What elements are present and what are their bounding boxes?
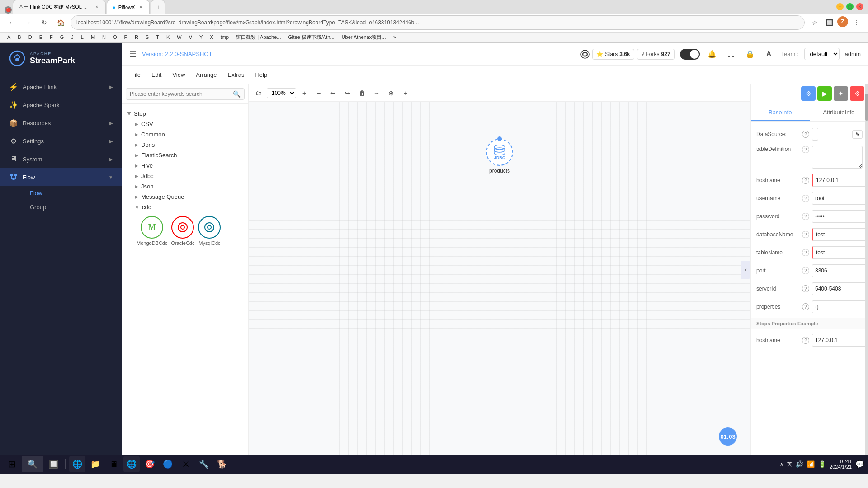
zoom-in-btn[interactable]: + [298,87,311,99]
address-bar[interactable]: localhost:10001/#/flow/drawingBoard?src=… [71,15,805,30]
browser-tab-2[interactable]: ● PiflowX × [107,0,150,14]
star-action-btn[interactable]: ✦ [834,86,848,101]
properties-input[interactable] [812,300,868,313]
bookmark-btn[interactable]: ☆ [808,16,821,29]
bookmark-apache[interactable]: 窗口截数 | Apache... [233,33,283,42]
bookmark-d[interactable]: D [26,33,35,41]
bookmark-o[interactable]: O [110,33,120,41]
menu-view[interactable]: View [169,70,189,80]
taskbar-lang[interactable]: 英 [787,461,792,468]
zoom-select[interactable]: 100% [267,88,296,98]
zoom-out-btn[interactable]: − [312,87,325,99]
password-help-icon[interactable]: ? [802,213,809,220]
sidebar-subitem-flow[interactable]: Flow [23,186,122,200]
serverid-help-icon[interactable]: ? [802,285,809,292]
node-item-oracle[interactable]: OracleCdc [171,216,194,246]
bookmark-t[interactable]: T [153,33,162,41]
datasource-edit-btn[interactable]: ✎ [852,130,863,139]
scrollbar-thumb[interactable] [865,94,868,121]
bookmark-a[interactable]: A [5,33,13,41]
bookmark-f[interactable]: F [47,33,56,41]
bookmark-r[interactable]: R [132,33,141,41]
node-search-input[interactable] [130,91,233,97]
extensions-btn[interactable]: 🔲 [823,16,835,29]
bookmark-more[interactable]: » [390,33,398,41]
node-item-mongodb[interactable]: M MongoDBCdc [137,216,167,246]
taskbar-app3[interactable]: 🔧 [196,456,212,472]
forks-btn[interactable]: ⑂ Forks 927 [637,49,675,60]
tab-baseinfo[interactable]: BaseInfo [751,104,810,121]
stars-btn[interactable]: ⭐ Stars 3.6k [592,49,634,60]
menu-arrange[interactable]: Arrange [192,70,220,80]
taskbar-notify[interactable]: 💬 [855,460,864,469]
connect-btn[interactable]: ⊕ [385,87,397,99]
maximize-btn[interactable]: □ [846,3,854,10]
minimize-btn[interactable]: − [836,3,844,10]
header-menu-icon[interactable]: ☰ [129,49,137,59]
profile-btn[interactable]: Z [837,16,848,27]
bookmark-y[interactable]: Y [197,33,205,41]
json-header[interactable]: ▶ Json [135,181,243,192]
port-help-icon[interactable]: ? [802,267,809,274]
bookmark-w[interactable]: W [174,33,184,41]
bookmark-uber[interactable]: Uber Athenax项目... [339,33,389,42]
hive-header[interactable]: ▶ Hive [135,160,243,171]
tabledefinition-input[interactable] [812,146,863,169]
datasource-help-icon[interactable]: ? [802,131,809,138]
menu-extras[interactable]: Extras [224,70,248,80]
tablename-help-icon[interactable]: ? [802,249,809,256]
taskbar-app1[interactable]: 🔵 [160,456,176,472]
taskbar-clock[interactable]: 16:41 2024/1/21 [830,459,852,469]
bookmark-x[interactable]: X [207,33,216,41]
back-btn[interactable]: ← [5,16,18,29]
notification-bell-btn[interactable]: 🔔 [705,47,719,61]
more-btn[interactable]: ⋮ [850,16,863,29]
bookmark-n[interactable]: N [99,33,108,41]
sidebar-item-system[interactable]: 🖥 System ▶ [0,150,122,168]
redo-btn[interactable]: ↪ [341,87,354,99]
sidebar-item-apache-spark[interactable]: ✨ Apache Spark [0,96,122,114]
es-header[interactable]: ▶ ElasticSearch [135,150,243,160]
lock-btn[interactable]: 🔒 [743,47,757,61]
bookmark-tmp[interactable]: tmp [218,33,231,41]
tab-1-close[interactable]: × [94,4,100,10]
doris-header[interactable]: ▶ Doris [135,140,243,150]
settings-action-btn[interactable]: ⚙ [801,86,816,101]
databasename-input[interactable] [812,228,868,241]
bookmark-e[interactable]: E [37,33,45,41]
forward-btn[interactable]: → [22,16,34,29]
tab-attributeinfo[interactable]: AttributeInfo [810,104,868,121]
category-stop-header[interactable]: ▶ Stop [127,108,243,119]
example-hostname-help-icon[interactable]: ? [802,337,809,344]
csv-header[interactable]: ▶ CSV [135,119,243,129]
sidebar-item-flow[interactable]: Flow ▼ [0,168,122,186]
mq-header[interactable]: ▶ Message Queue [135,192,243,202]
menu-file[interactable]: File [127,70,144,80]
cdc-header[interactable]: ▼ cdc [135,202,243,212]
new-tab-btn[interactable]: + [151,0,165,14]
bookmark-j[interactable]: J [68,33,76,41]
password-input[interactable] [812,210,868,223]
play-action-btn[interactable]: ▶ [817,86,832,101]
taskbar-edge[interactable]: 🌐 [123,456,140,472]
taskbar-battery[interactable]: 🔋 [818,460,826,468]
example-hostname-input[interactable] [812,334,868,347]
team-select[interactable]: default [804,48,840,60]
home-btn[interactable]: 🏠 [54,16,67,29]
hostname-input[interactable] [812,174,868,187]
right-panel-scrollbar[interactable] [865,84,868,455]
datasource-select[interactable] [812,128,818,141]
bookmark-s[interactable]: S [143,33,151,41]
jdbc-header[interactable]: ▶ Jdbc [135,171,243,181]
bookmark-p[interactable]: P [122,33,130,41]
taskbar-game1[interactable]: 🎯 [142,456,158,472]
undo-btn[interactable]: ↩ [327,87,340,99]
arrow-btn[interactable]: → [370,87,383,99]
tab-2-close[interactable]: × [137,4,144,10]
tablename-input[interactable] [812,246,868,259]
taskbar-file[interactable]: 📁 [87,456,104,472]
username-input[interactable] [812,192,868,205]
bookmark-gitee[interactable]: Gitee 极速下载/Ath... [286,33,337,42]
taskbar-browser[interactable]: 🌐 [69,456,85,472]
bookmark-l[interactable]: L [78,33,86,41]
